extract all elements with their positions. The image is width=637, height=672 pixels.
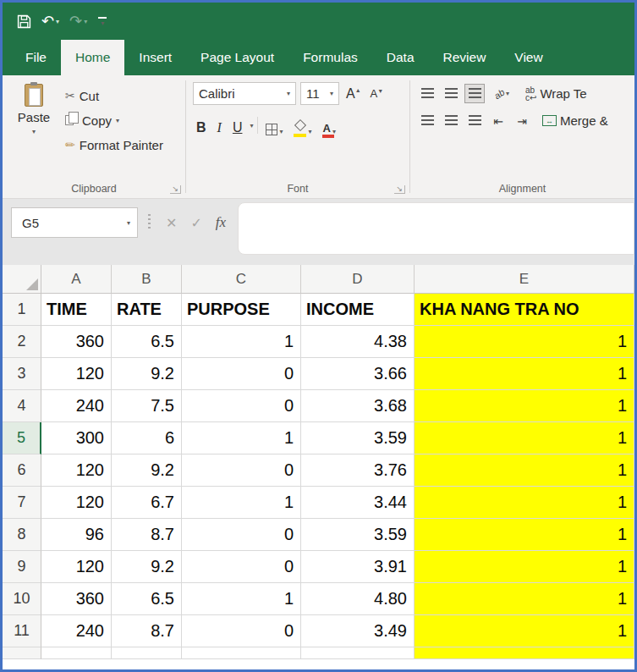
tab-insert[interactable]: Insert (124, 40, 186, 75)
cell-E4[interactable]: 1 (415, 390, 634, 422)
save-icon[interactable] (13, 8, 36, 34)
cell-D9[interactable]: 3.91 (301, 551, 415, 583)
name-box[interactable]: G5 ▾ (11, 207, 138, 238)
align-bottom-button[interactable] (464, 84, 485, 103)
row-header[interactable]: 6 (3, 454, 41, 487)
cell-D5[interactable]: 3.59 (301, 422, 415, 454)
cell-C3[interactable]: 0 (182, 358, 301, 390)
column-header-D[interactable]: D (301, 265, 415, 294)
tab-file[interactable]: File (11, 40, 61, 75)
insert-function-button[interactable]: fx (209, 214, 233, 231)
increase-indent-button[interactable]: ⇥ (512, 111, 532, 130)
align-center-button[interactable] (441, 111, 461, 130)
cell-B7[interactable]: 6.7 (112, 487, 182, 519)
cell-E8[interactable]: 1 (415, 519, 634, 551)
cell-D6[interactable]: 3.76 (301, 454, 415, 487)
cell-C9[interactable]: 0 (182, 551, 301, 583)
fill-color-button[interactable]: ▾ (290, 115, 315, 135)
borders-button[interactable]: ▾ (262, 115, 286, 135)
cell-D8[interactable]: 3.59 (301, 519, 415, 551)
cell-A6[interactable]: 120 (41, 454, 112, 487)
cell-E7[interactable]: 1 (415, 487, 634, 519)
cell-B1[interactable]: RATE (112, 294, 182, 326)
cell-D4[interactable]: 3.68 (301, 390, 415, 422)
cell-B10[interactable]: 6.5 (112, 583, 182, 615)
row-header[interactable]: 11 (3, 615, 41, 647)
column-header-E[interactable]: E (415, 265, 634, 294)
cell-E9[interactable]: 1 (415, 551, 634, 583)
row-header[interactable] (3, 647, 41, 659)
tab-formulas[interactable]: Formulas (288, 40, 372, 75)
tab-view[interactable]: View (500, 40, 557, 75)
orientation-button[interactable]: ab▾ (488, 84, 515, 103)
cell-A10[interactable]: 360 (41, 583, 112, 615)
cell-C11[interactable]: 0 (182, 615, 301, 647)
cell-D2[interactable]: 4.38 (301, 326, 415, 358)
align-right-button[interactable] (464, 111, 485, 130)
cell-C5[interactable]: 1 (182, 422, 301, 454)
tab-page-layout[interactable]: Page Layout (186, 40, 288, 75)
cell-C6[interactable]: 0 (182, 454, 301, 487)
font-size-select[interactable]: 11 ▾ (300, 82, 339, 105)
formula-bar-input[interactable] (238, 202, 634, 255)
name-box-dropdown-icon[interactable]: ▾ (127, 219, 130, 227)
row-header[interactable]: 10 (3, 583, 41, 615)
cell-D10[interactable]: 4.80 (301, 583, 415, 615)
cell-B5[interactable]: 6 (112, 422, 182, 454)
decrease-indent-button[interactable]: ⇤ (488, 111, 508, 130)
italic-button[interactable]: I (214, 115, 225, 135)
cell-E2[interactable]: 1 (415, 326, 634, 358)
cell-A9[interactable]: 120 (41, 551, 112, 583)
cell-B3[interactable]: 9.2 (112, 358, 182, 390)
cell-A3[interactable]: 120 (41, 358, 112, 390)
align-top-button[interactable] (417, 84, 437, 103)
merge-center-button[interactable]: ↔ Merge & (542, 113, 608, 128)
cell-A4[interactable]: 240 (41, 390, 112, 422)
cell-E11[interactable]: 1 (415, 615, 634, 647)
tab-home[interactable]: Home (61, 40, 124, 75)
cell[interactable] (41, 647, 112, 659)
font-color-button[interactable]: A▾ (320, 115, 339, 135)
tab-review[interactable]: Review (429, 40, 501, 75)
row-header[interactable]: 3 (3, 358, 41, 390)
cell-E1[interactable]: KHA NANG TRA NO (415, 294, 634, 326)
align-left-button[interactable] (417, 111, 437, 130)
customize-quick-access-toolbar-button[interactable]: ▾ (93, 17, 112, 25)
clipboard-dialog-launcher-icon[interactable]: ↘ (170, 185, 181, 194)
cell-B8[interactable]: 8.7 (112, 519, 182, 551)
cell-B9[interactable]: 9.2 (112, 551, 182, 583)
cell-A1[interactable]: TIME (41, 294, 112, 326)
enter-check-icon[interactable]: ✓ (184, 215, 208, 231)
cell-D1[interactable]: INCOME (301, 294, 415, 326)
underline-button[interactable]: U (229, 115, 246, 135)
cut-button[interactable]: ✂ Cut (65, 85, 163, 106)
row-header[interactable]: 4 (3, 390, 41, 422)
cell-C2[interactable]: 1 (182, 326, 301, 358)
format-painter-button[interactable]: ✏ Format Painter (65, 135, 163, 155)
cell-A5[interactable]: 300 (41, 422, 112, 454)
cell[interactable] (182, 647, 301, 659)
cell-E6[interactable]: 1 (415, 454, 634, 487)
row-header[interactable]: 7 (3, 487, 41, 519)
copy-button[interactable]: Copy ▾ (65, 110, 163, 130)
cell-E10[interactable]: 1 (415, 583, 634, 615)
cell-C10[interactable]: 1 (182, 583, 301, 615)
font-name-select[interactable]: Calibri ▾ (193, 82, 296, 105)
cell-B6[interactable]: 9.2 (112, 454, 182, 487)
row-header[interactable]: 8 (3, 519, 41, 551)
cell-D7[interactable]: 3.44 (301, 487, 415, 519)
cell-D3[interactable]: 3.66 (301, 358, 415, 390)
column-header-C[interactable]: C (182, 265, 301, 294)
wrap-text-button[interactable]: abc↩ Wrap Te (525, 86, 587, 102)
font-dialog-launcher-icon[interactable]: ↘ (394, 185, 405, 194)
align-middle-button[interactable] (441, 84, 461, 103)
formula-bar-grip[interactable] (148, 214, 151, 231)
cell-A8[interactable]: 96 (41, 519, 112, 551)
row-header[interactable]: 5 (3, 422, 41, 454)
row-header[interactable]: 2 (3, 326, 41, 358)
cancel-icon[interactable]: ✕ (159, 215, 184, 231)
tab-data[interactable]: Data (372, 40, 429, 75)
cell-C7[interactable]: 1 (182, 487, 301, 519)
select-all-corner[interactable] (3, 265, 41, 294)
cell-D11[interactable]: 3.49 (301, 615, 415, 647)
